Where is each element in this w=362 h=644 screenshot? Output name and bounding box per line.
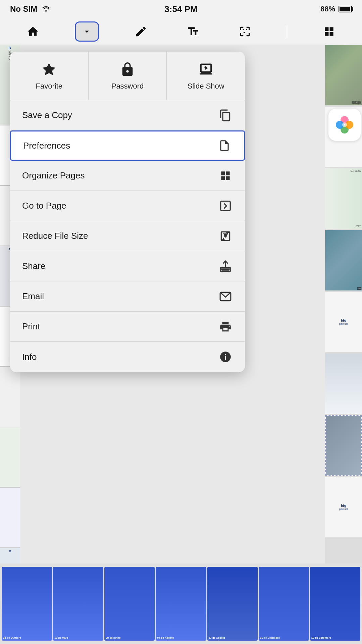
battery-percent: 88% xyxy=(320,5,335,13)
favorite-label: Favorite xyxy=(36,82,62,91)
organize-pages-item[interactable]: Organize Pages xyxy=(10,161,245,191)
toolbar xyxy=(0,18,362,45)
organize-pages-label: Organize Pages xyxy=(22,170,85,181)
go-to-page-label: Go to Page xyxy=(22,201,66,211)
print-label: Print xyxy=(22,321,40,332)
reduce-file-size-label: Reduce File Size xyxy=(22,231,88,241)
dropdown-overlay: Favorite Password Slide Show xyxy=(0,45,362,644)
arrow-right-box-icon xyxy=(218,199,233,213)
carrier-text: No SIM xyxy=(10,4,37,14)
status-bar-time: 3:54 PM xyxy=(164,4,197,14)
slideshow-icon xyxy=(198,62,214,77)
print-item[interactable]: Print xyxy=(10,312,245,342)
preferences-item[interactable]: Preferences xyxy=(10,130,245,161)
reduce-file-size-item[interactable]: Reduce File Size xyxy=(10,221,245,251)
info-circle-icon xyxy=(218,350,233,364)
face-scan-button[interactable] xyxy=(235,21,255,42)
wifi-icon xyxy=(41,5,51,13)
svg-rect-2 xyxy=(221,201,230,211)
svg-point-14 xyxy=(342,122,347,127)
document-icon xyxy=(217,138,232,153)
share-icon xyxy=(218,259,233,274)
clover-icon xyxy=(334,115,355,135)
dropdown-menu: Favorite Password Slide Show xyxy=(10,52,245,372)
printer-icon xyxy=(218,319,233,334)
preferences-label: Preferences xyxy=(23,141,70,151)
clover-widget[interactable] xyxy=(328,109,361,141)
edit-button[interactable] xyxy=(131,21,151,42)
status-bar-right: 88% xyxy=(320,5,352,13)
svg-point-9 xyxy=(225,354,226,355)
share-item[interactable]: Share xyxy=(10,251,245,281)
save-copy-item[interactable]: Save a Copy xyxy=(10,100,245,130)
go-to-page-item[interactable]: Go to Page xyxy=(10,191,245,221)
home-button[interactable] xyxy=(23,21,43,42)
status-bar-left: No SIM xyxy=(10,4,51,14)
lock-icon xyxy=(120,62,135,77)
toolbar-divider xyxy=(287,25,287,38)
save-copy-label: Save a Copy xyxy=(22,110,72,120)
slideshow-button[interactable]: Slide Show xyxy=(167,52,245,100)
apps-button[interactable] xyxy=(319,21,339,42)
password-label: Password xyxy=(111,82,144,91)
slideshow-label: Slide Show xyxy=(188,82,224,91)
status-bar: No SIM 3:54 PM 88% xyxy=(0,0,362,18)
envelope-icon xyxy=(218,289,233,304)
menu-icons-row: Favorite Password Slide Show xyxy=(10,52,245,100)
grid-icon xyxy=(218,168,233,183)
svg-rect-0 xyxy=(200,73,212,75)
share-label: Share xyxy=(22,261,45,271)
dropdown-button[interactable] xyxy=(75,21,99,42)
email-label: Email xyxy=(22,291,44,302)
star-icon xyxy=(41,62,57,77)
password-button[interactable]: Password xyxy=(89,52,167,100)
battery-icon xyxy=(339,6,352,12)
info-item[interactable]: Info xyxy=(10,342,245,372)
compress-icon xyxy=(218,229,233,244)
email-item[interactable]: Email xyxy=(10,281,245,312)
text-edit-button[interactable] xyxy=(183,21,203,42)
favorite-button[interactable]: Favorite xyxy=(10,52,89,100)
copy-icon xyxy=(218,108,233,123)
info-label: Info xyxy=(22,352,37,362)
